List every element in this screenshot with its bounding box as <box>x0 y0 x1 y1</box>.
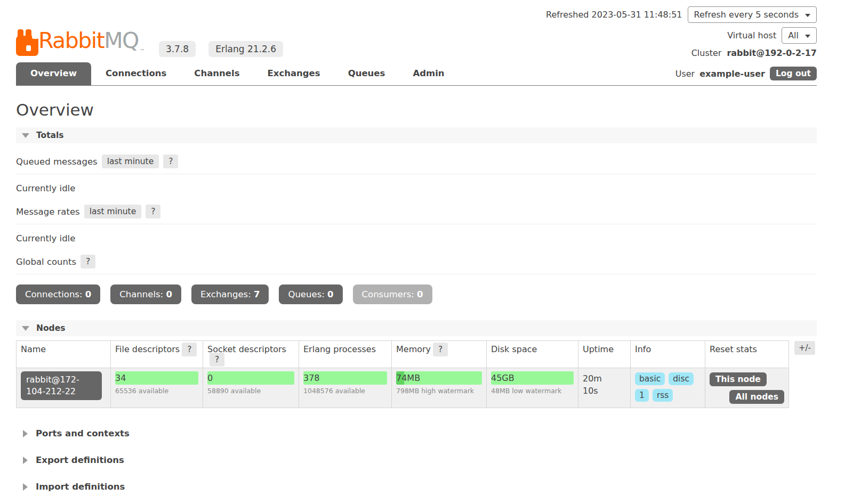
top-bar: RabbitMQ ™ 3.7.8 Erlang 21.2.6 Refreshed… <box>16 0 817 58</box>
reset-all-nodes-button[interactable]: All nodes <box>729 390 784 404</box>
collapse-arrow-icon <box>22 133 29 138</box>
table-header-row: Name File descriptors? Socket descriptor… <box>17 341 789 368</box>
import-definitions-section[interactable]: Import definitions <box>16 482 817 492</box>
logo-area: RabbitMQ ™ 3.7.8 Erlang 21.2.6 <box>16 6 283 58</box>
disk-space-watermark: 48MB low watermark <box>491 387 574 395</box>
refreshed-label: Refreshed 2023-05-31 11:48:51 <box>546 10 682 20</box>
info-tag-1: 1 <box>635 389 649 402</box>
tab-queues[interactable]: Queues <box>348 62 385 85</box>
totals-heading: Totals <box>36 131 64 140</box>
tab-overview[interactable]: Overview <box>16 62 91 85</box>
rabbitmq-logo[interactable]: RabbitMQ ™ <box>16 27 145 58</box>
erlang-processes-bar: 378 <box>303 371 387 385</box>
col-file-descriptors: File descriptors? <box>111 341 203 368</box>
node-name-link[interactable]: rabbit@172-104-212-22 <box>21 371 102 400</box>
trademark-symbol: ™ <box>140 48 145 54</box>
uptime-cell: 20m 10s <box>578 368 631 408</box>
help-icon[interactable]: ? <box>433 343 448 356</box>
tab-channels[interactable]: Channels <box>194 62 239 85</box>
message-rates-row: Message rates last minute ? <box>16 205 817 224</box>
chevron-down-icon <box>805 14 810 17</box>
uptime-value: 20m 10s <box>583 371 611 397</box>
expand-arrow-icon <box>23 457 28 464</box>
nodes-section-header[interactable]: Nodes <box>16 320 817 336</box>
nodes-heading: Nodes <box>36 323 65 333</box>
global-counts-label: Global counts <box>16 257 76 267</box>
node-name-cell: rabbit@172-104-212-22 <box>17 368 111 408</box>
col-reset-stats: Reset stats <box>705 341 789 368</box>
version-badges: 3.7.8 Erlang 21.2.6 <box>159 41 283 57</box>
top-right-controls: Refreshed 2023-05-31 11:48:51 Refresh ev… <box>546 6 817 58</box>
version-badge: 3.7.8 <box>159 41 196 57</box>
help-icon[interactable]: ? <box>182 343 197 356</box>
queued-idle-status: Currently idle <box>16 183 817 193</box>
global-counts-row: Global counts ? <box>16 255 817 274</box>
refreshed-timestamp: 2023-05-31 11:48:51 <box>592 10 682 20</box>
col-disk-space: Disk space <box>487 341 578 368</box>
file-descriptors-cell: 34 65536 available <box>111 368 203 408</box>
help-icon[interactable]: ? <box>210 353 224 367</box>
ports-and-contexts-section[interactable]: Ports and contexts <box>16 428 817 438</box>
vhost-row: Virtual host All <box>727 27 817 44</box>
tab-connections[interactable]: Connections <box>106 62 166 85</box>
col-socket-descriptors: Socket descriptors ? <box>203 341 299 368</box>
tab-admin[interactable]: Admin <box>413 62 444 85</box>
rates-idle-status: Currently idle <box>16 233 817 243</box>
nav-tabs: Overview Connections Channels Exchanges … <box>16 62 472 85</box>
col-uptime: Uptime <box>578 341 631 368</box>
expand-arrow-icon <box>23 430 28 437</box>
user-area: User example-user Log out <box>675 67 817 85</box>
exchanges-count-badge: Exchanges: 7 <box>191 284 269 304</box>
user-label: User <box>675 69 695 79</box>
node-row: rabbit@172-104-212-22 34 65536 available… <box>17 368 789 408</box>
message-rates-label: Message rates <box>16 207 80 217</box>
totals-section-header[interactable]: Totals <box>16 127 817 143</box>
col-memory: Memory? <box>392 341 487 368</box>
global-counts-badges: Connections: 0 Channels: 0 Exchanges: 7 … <box>16 284 817 304</box>
erlang-processes-cell: 378 1048576 available <box>299 368 392 408</box>
column-selector-button[interactable]: +/- <box>794 341 815 355</box>
col-info: Info <box>631 341 705 368</box>
chevron-down-icon <box>805 35 810 38</box>
page-title: Overview <box>16 100 817 119</box>
rates-mode-badge[interactable]: last minute <box>84 205 142 218</box>
nodes-table: Name File descriptors? Socket descriptor… <box>16 340 789 408</box>
tab-exchanges[interactable]: Exchanges <box>267 62 320 85</box>
import-definitions-label: Import definitions <box>36 482 125 492</box>
info-tag-rss: rss <box>653 389 673 402</box>
help-icon[interactable]: ? <box>81 255 95 269</box>
erlang-version-badge: Erlang 21.2.6 <box>208 41 283 57</box>
reset-stats-cell: This node All nodes <box>705 368 789 408</box>
logout-button[interactable]: Log out <box>770 67 817 80</box>
refresh-row: Refreshed 2023-05-31 11:48:51 Refresh ev… <box>546 6 817 23</box>
erlang-processes-available: 1048576 available <box>303 387 387 395</box>
file-descriptors-bar: 34 <box>115 371 198 385</box>
cluster-row: Cluster rabbit@192-0-2-17 <box>691 48 817 58</box>
file-descriptors-available: 65536 available <box>115 387 198 395</box>
cluster-name: rabbit@192-0-2-17 <box>727 48 817 58</box>
socket-descriptors-cell: 0 58890 available <box>203 368 299 408</box>
queued-messages-label: Queued messages <box>16 157 98 167</box>
help-icon[interactable]: ? <box>163 155 178 168</box>
info-cell: basicdisc1rss <box>631 368 705 408</box>
ports-and-contexts-label: Ports and contexts <box>36 428 130 438</box>
rabbit-icon <box>16 27 38 58</box>
cluster-label: Cluster <box>691 48 722 58</box>
vhost-select[interactable]: All <box>782 27 817 44</box>
help-icon[interactable]: ? <box>146 205 160 218</box>
info-tag-disc: disc <box>669 372 694 385</box>
nodes-table-area: Name File descriptors? Socket descriptor… <box>16 340 817 408</box>
col-name: Name <box>17 341 111 368</box>
tab-bar: Overview Connections Channels Exchanges … <box>16 62 817 86</box>
reset-this-node-button[interactable]: This node <box>710 372 767 386</box>
export-definitions-label: Export definitions <box>36 455 124 465</box>
queued-mode-badge[interactable]: last minute <box>102 155 159 168</box>
refresh-interval-select[interactable]: Refresh every 5 seconds <box>688 6 817 23</box>
socket-descriptors-available: 58890 available <box>207 387 294 395</box>
vhost-label: Virtual host <box>727 30 776 40</box>
connections-count-badge: Connections: 0 <box>16 284 100 304</box>
expand-arrow-icon <box>23 483 28 491</box>
export-definitions-section[interactable]: Export definitions <box>16 455 817 465</box>
channels-count-badge: Channels: 0 <box>110 284 181 304</box>
socket-descriptors-bar: 0 <box>207 371 294 385</box>
